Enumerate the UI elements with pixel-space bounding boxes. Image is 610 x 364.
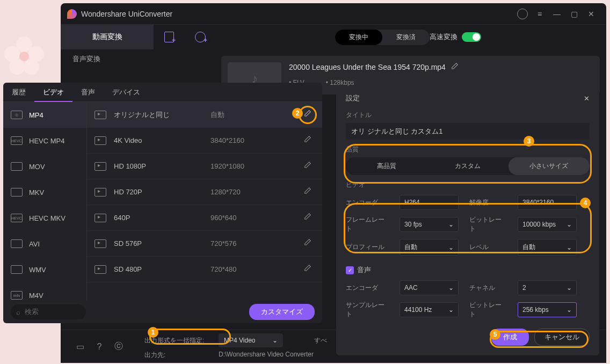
v-profile-label: プロフィール xyxy=(346,243,389,252)
quality-small[interactable]: 小さいサイズ xyxy=(509,157,590,175)
edit-preset-icon[interactable] xyxy=(304,161,315,172)
v-bitrate-select[interactable]: 10000 kbps⌄ xyxy=(518,217,577,232)
minimize-button[interactable]: — xyxy=(548,5,565,23)
edit-preset-icon[interactable] xyxy=(304,213,315,223)
edit-preset-icon[interactable] xyxy=(304,135,315,146)
maximize-button[interactable]: ▢ xyxy=(565,5,583,23)
license-icon[interactable]: ⓒ xyxy=(109,341,128,352)
video-icon xyxy=(95,188,106,196)
chevron-down-icon: ⌄ xyxy=(567,244,572,251)
sidebar-item-audio-convert[interactable]: 音声変換 xyxy=(61,49,154,69)
v-level-select[interactable]: 自動⌄ xyxy=(518,239,577,256)
annotation-badge-5: 5 xyxy=(490,329,500,340)
close-icon[interactable]: ✕ xyxy=(584,94,590,103)
fast-convert-toggle[interactable] xyxy=(462,32,481,42)
annotation-badge-3: 3 xyxy=(524,136,534,147)
container-icon xyxy=(11,265,23,274)
tab-done[interactable]: 変換済 xyxy=(382,30,430,45)
v-profile-select[interactable]: 自動⌄ xyxy=(400,239,459,256)
a-channel-select[interactable]: 2⌄ xyxy=(518,280,577,295)
fmt-container-avi[interactable]: AVI xyxy=(3,231,86,257)
fmt-container-m4v[interactable]: m4vM4V xyxy=(3,282,86,301)
add-recent-button[interactable] xyxy=(191,28,209,46)
decorative-flower xyxy=(0,32,48,81)
chevron-down-icon: ⌄ xyxy=(567,199,572,206)
menu-icon[interactable]: ≡ xyxy=(531,5,548,23)
disc-icon: ◎ xyxy=(11,111,23,119)
quality-high[interactable]: 高品質 xyxy=(346,157,427,175)
cancel-button[interactable]: キャンセル xyxy=(534,329,590,346)
annotation-badge-4: 4 xyxy=(580,198,591,208)
fmt-container-hevc-mp4[interactable]: HEVCHEVC MP4 xyxy=(3,128,86,154)
add-file-button[interactable] xyxy=(160,28,178,46)
help-icon[interactable]: ? xyxy=(90,342,109,352)
audio-checkbox[interactable]: ✓ xyxy=(346,266,354,274)
account-icon[interactable] xyxy=(514,5,531,23)
chevron-down-icon: ⌄ xyxy=(567,306,572,314)
title-input[interactable] xyxy=(346,123,590,140)
close-button[interactable]: ✕ xyxy=(583,5,600,23)
a-samplerate-label: サンプルレート xyxy=(346,301,389,319)
a-samplerate-select[interactable]: 44100 Hz⌄ xyxy=(400,302,459,317)
annotation-badge-1: 1 xyxy=(148,327,158,338)
customize-button[interactable]: カスタマイズ xyxy=(249,304,315,320)
fmt-container-mov[interactable]: MOV xyxy=(3,154,86,179)
v-encoder-select[interactable]: H264⌄ xyxy=(400,195,459,210)
output-format-select[interactable]: MP4 Video⌄ xyxy=(219,333,283,347)
hevc-icon: HEVC xyxy=(11,136,23,145)
edit-preset-icon[interactable] xyxy=(304,264,315,275)
v-resolution-select[interactable]: 3840*2160⌄ xyxy=(518,195,577,210)
settings-panel: 設定 ✕ タイトル 品質 高品質 カスタム 小さいサイズ ビデオ エンコーダ H… xyxy=(336,86,599,355)
m4v-icon: m4v xyxy=(11,291,23,300)
a-bitrate-select[interactable]: 256 kbps⌄ xyxy=(518,302,577,317)
chevron-down-icon: ⌄ xyxy=(448,306,454,314)
svg-point-5 xyxy=(19,52,29,61)
fmt-container-mp4[interactable]: ◎MP4 xyxy=(3,102,86,128)
a-bitrate-label: ビットレート xyxy=(469,301,507,319)
fmt-container-hevc-mkv[interactable]: HEVCHEVC MKV xyxy=(3,205,86,231)
all-label: すべ xyxy=(314,336,327,345)
edit-preset-icon[interactable] xyxy=(304,238,315,249)
video-icon xyxy=(95,111,106,119)
titlebar: Wondershare UniConverter ≡ — ▢ ✕ xyxy=(61,3,606,25)
quality-custom[interactable]: カスタム xyxy=(427,157,508,175)
video-icon xyxy=(95,162,106,171)
preset-row[interactable]: HD 720P1280*720 xyxy=(87,179,322,205)
preset-row[interactable]: SD 480P720*480 xyxy=(87,257,322,282)
library-icon[interactable]: ▭ xyxy=(70,341,90,352)
sidebar-list: 音声変換 xyxy=(61,49,154,69)
edit-preset-icon[interactable] xyxy=(304,110,315,120)
preset-row[interactable]: オリジナルと同じ自動 xyxy=(87,102,322,128)
preset-row[interactable]: SD 576P720*576 xyxy=(87,231,322,257)
v-framerate-select[interactable]: 30 fps⌄ xyxy=(400,217,459,232)
fmt-container-wmv[interactable]: WMV xyxy=(3,257,86,282)
chevron-down-icon: ⌄ xyxy=(272,337,278,344)
format-search-input[interactable]: ⌕検索 xyxy=(11,304,86,319)
fmt-container-mkv[interactable]: MKV xyxy=(3,179,86,205)
video-icon xyxy=(95,136,106,145)
fmt-tab-history[interactable]: 履歴 xyxy=(3,83,34,102)
top-toolbar: 変換中 変換済 高速変換 xyxy=(154,25,488,49)
preset-row[interactable]: 4K Video3840*2160 xyxy=(87,128,322,154)
preset-row[interactable]: 640P960*640 xyxy=(87,205,322,231)
preset-row[interactable]: HD 1080P1920*1080 xyxy=(87,154,322,179)
fmt-tab-audio[interactable]: 音声 xyxy=(72,83,104,102)
quality-segment: 高品質 カスタム 小さいサイズ xyxy=(346,157,590,175)
fmt-tab-video[interactable]: ビデオ xyxy=(34,83,72,102)
v-framerate-label: フレームレート xyxy=(346,215,389,234)
a-encoder-select[interactable]: AAC⌄ xyxy=(400,280,459,295)
v-resolution-label: 解像度 xyxy=(469,198,507,207)
fast-convert-label: 高速変換 xyxy=(430,32,458,42)
v-encoder-label: エンコーダ xyxy=(346,198,389,207)
tab-converting[interactable]: 変換中 xyxy=(335,30,382,45)
fmt-tab-device[interactable]: デバイス xyxy=(104,83,149,102)
video-icon xyxy=(95,265,106,274)
sidebar-item-video-convert[interactable]: 動画変換 xyxy=(61,25,154,49)
edit-filename-icon[interactable] xyxy=(451,62,459,71)
chevron-down-icon: ⌄ xyxy=(448,284,454,292)
edit-preset-icon[interactable] xyxy=(304,187,315,198)
sidebar: 動画変換 xyxy=(61,25,154,49)
hevc-icon: HEVC xyxy=(11,214,23,222)
output-dest-value: D:\Wondershare Video Converter xyxy=(219,351,314,360)
container-icon xyxy=(11,162,23,171)
